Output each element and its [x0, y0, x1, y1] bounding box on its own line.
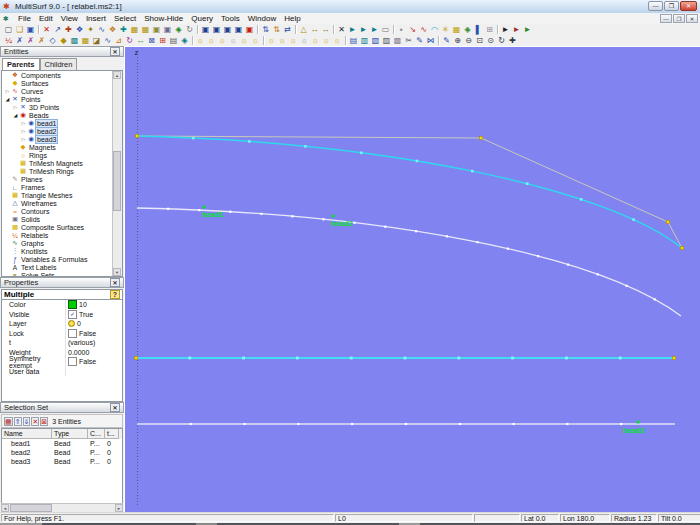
offset-curve-marker[interactable] [654, 298, 656, 300]
column-header-type[interactable]: Type [52, 429, 88, 439]
bottom-line-marker[interactable] [566, 423, 568, 425]
scroll-left-icon[interactable]: ◄ [1, 504, 9, 512]
rotate-view-icon[interactable]: ↻ [496, 36, 507, 46]
open-icon[interactable]: ❏ [14, 25, 25, 35]
minimize-button[interactable]: — [648, 1, 663, 11]
property-value[interactable]: ✓True [65, 310, 122, 320]
relabel-icon[interactable]: ¼ [3, 36, 14, 46]
insert-solid-icon[interactable]: ▣ [151, 25, 162, 35]
property-value[interactable] [65, 367, 122, 377]
pan-icon[interactable]: ✚ [507, 36, 518, 46]
bottom-line-marker[interactable] [190, 423, 192, 425]
tree-expander-icon[interactable]: ▷ [20, 128, 27, 134]
mid-line-marker[interactable] [242, 357, 245, 360]
child-restore-button[interactable]: ❐ [673, 14, 685, 23]
mid-line-marker[interactable] [188, 357, 191, 360]
curve-fit-icon[interactable]: ∿ [418, 25, 429, 35]
tree-item-points[interactable]: ◢✕Points [2, 95, 122, 103]
tree-item-wireframes[interactable]: △Wireframes [2, 199, 122, 207]
pointer-select-icon[interactable]: ► [500, 25, 511, 35]
show-all-icon[interactable]: ☼ [195, 36, 206, 46]
bead3-point[interactable] [637, 421, 640, 424]
checkbox-checked-icon[interactable]: ✓ [68, 310, 77, 319]
view-wireframe-icon[interactable]: ▣ [200, 25, 211, 35]
control-point-marker[interactable] [135, 134, 138, 137]
selection-scroll-thumb[interactable] [10, 504, 52, 512]
array-icon[interactable]: ▤ [168, 36, 179, 46]
tree-item-surfaces[interactable]: ◆Surfaces [2, 79, 122, 87]
show-curves-icon[interactable]: ☼ [217, 36, 228, 46]
master-curve-marker[interactable] [360, 152, 363, 155]
mid-line-marker[interactable] [457, 357, 460, 360]
tree-item-components[interactable]: ❖Components [2, 71, 122, 79]
copy-mesh-icon[interactable]: ▦ [80, 36, 91, 46]
scale-y-icon[interactable]: ✗ [25, 36, 36, 46]
property-value[interactable]: 0 [65, 319, 122, 329]
tree-expander-icon[interactable]: ◢ [12, 112, 19, 118]
offset-curve-marker[interactable] [446, 235, 448, 237]
tree-item-variables-formulas[interactable]: ƒVariables & Formulas [2, 255, 122, 263]
zoom-fit-icon[interactable]: ⊙ [485, 36, 496, 46]
measure-width-icon[interactable]: ↔ [309, 25, 320, 35]
checkbox-unchecked-icon[interactable] [68, 357, 77, 366]
tree-item-frames[interactable]: ∟Frames [2, 183, 122, 191]
tree-item-3d-points[interactable]: ▷✕3D Points [2, 103, 122, 111]
insert-point-icon[interactable]: ↗ [52, 25, 63, 35]
offset-curve-marker[interactable] [229, 211, 231, 213]
tree-expander-icon[interactable]: ▷ [20, 120, 27, 126]
zoom-in-icon[interactable]: ⊕ [452, 36, 463, 46]
tree-scrollbar[interactable]: ▲ ▼ [112, 71, 122, 276]
stretch-icon[interactable]: ↔ [135, 36, 146, 46]
checkbox-unchecked-icon[interactable] [68, 329, 77, 338]
new-icon[interactable]: ▢ [3, 25, 14, 35]
menu-query[interactable]: Query [187, 14, 217, 23]
remove-icon[interactable]: ✕ [31, 417, 39, 426]
tree-item-solids[interactable]: ▣Solids [2, 215, 122, 223]
tab-children[interactable]: Children [40, 58, 78, 70]
zoom-out-icon[interactable]: ⊖ [463, 36, 474, 46]
star-icon[interactable]: ✳ [440, 25, 451, 35]
sort-down-icon[interactable]: ⇅ [271, 25, 282, 35]
control-point-marker[interactable] [666, 220, 669, 223]
hide-points-icon[interactable]: ☼ [277, 36, 288, 46]
view-hybrid-icon[interactable]: ▣ [222, 25, 233, 35]
delete-icon[interactable]: ✕ [41, 25, 52, 35]
master-curve-marker[interactable] [192, 137, 195, 140]
offset-curve-marker[interactable] [384, 226, 386, 228]
hide-names-icon[interactable]: ☼ [321, 36, 332, 46]
insert-mesh-icon[interactable]: ▦ [140, 25, 151, 35]
tree-expander-icon[interactable]: ▷ [4, 88, 11, 94]
offset-curve-marker[interactable] [507, 248, 509, 250]
select-children-icon[interactable]: ► [358, 25, 369, 35]
menu-window[interactable]: Window [244, 14, 280, 23]
copy-icon[interactable]: ▤ [348, 36, 359, 46]
view-multipane-icon[interactable]: ▣ [233, 25, 244, 35]
paste-icon[interactable]: ▧ [370, 36, 381, 46]
select-filter-icon[interactable]: ▭ [380, 25, 391, 35]
property-value[interactable]: False [65, 357, 122, 367]
entities-close-icon[interactable]: ✕ [110, 47, 120, 56]
menu-help[interactable]: Help [280, 14, 304, 23]
mask-icon[interactable]: ▩ [392, 36, 403, 46]
clear-all-icon[interactable]: ⊠ [40, 417, 48, 426]
scroll-up-icon[interactable]: ▲ [113, 71, 121, 79]
insert-surface-icon[interactable]: ✚ [118, 25, 129, 35]
master-curve-marker[interactable] [526, 182, 529, 185]
color-swatch[interactable] [68, 300, 77, 309]
bottom-line-marker[interactable] [405, 423, 407, 425]
tree-item-knotlists[interactable]: ⋮Knotlists [2, 247, 122, 255]
drawing-view[interactable]: zbead1bead2bead3 [124, 46, 700, 513]
grid-tool-icon[interactable]: ⊞ [484, 25, 495, 35]
child-close-button[interactable]: ✕ [686, 14, 698, 23]
annotate-icon[interactable]: ✎ [414, 36, 425, 46]
insert-snake-icon[interactable]: ❖ [107, 25, 118, 35]
deselect-icon[interactable]: ✕ [336, 25, 347, 35]
control-point-marker[interactable] [672, 356, 675, 359]
scroll-right-icon[interactable]: ► [115, 504, 123, 512]
tree-item-rings[interactable]: ○Rings [2, 151, 122, 159]
control-point-marker[interactable] [680, 246, 683, 249]
mirror-icon[interactable]: ◇ [47, 36, 58, 46]
property-row-user-data[interactable]: User data [2, 367, 122, 377]
bottom-line-marker[interactable] [244, 423, 246, 425]
view-shaded-icon[interactable]: ▣ [211, 25, 222, 35]
